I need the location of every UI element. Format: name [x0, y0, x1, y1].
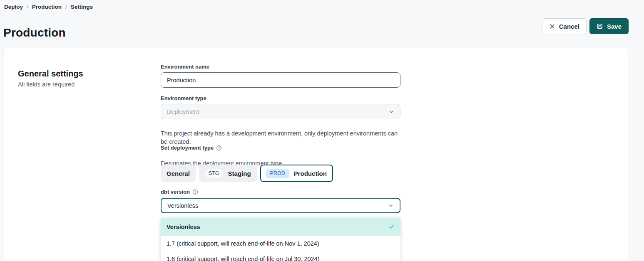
environment-name-input[interactable]	[161, 72, 400, 88]
option-label: Versionless	[167, 224, 200, 230]
save-button-label: Save	[607, 23, 622, 30]
dbt-version-select[interactable]: Versionless	[161, 198, 400, 213]
help-icon[interactable]	[216, 145, 222, 151]
help-icon[interactable]	[192, 189, 198, 195]
check-icon	[388, 224, 395, 230]
save-icon	[597, 23, 603, 30]
general-settings-card: General settings All fields are required…	[4, 47, 628, 261]
chevron-down-icon	[388, 109, 394, 115]
close-icon	[549, 23, 555, 30]
save-button[interactable]: Save	[589, 18, 629, 34]
deployment-type-general-label: General	[167, 170, 190, 177]
staging-badge: STG	[205, 169, 223, 178]
breadcrumb-item-settings: Settings	[71, 4, 93, 10]
deployment-type-production-button[interactable]: PROD Production	[260, 165, 333, 182]
environment-type-label: Environment type	[161, 95, 206, 101]
cancel-button-label: Cancel	[559, 23, 579, 30]
breadcrumb-separator: /	[27, 4, 28, 10]
deployment-type-label: Set deployment type	[161, 145, 222, 151]
breadcrumb-separator: /	[65, 4, 67, 10]
environment-name-label: Environment name	[161, 64, 209, 70]
dbt-version-option-1-7[interactable]: 1.7 (critical support, will reach end-of…	[161, 236, 400, 251]
breadcrumb: Deploy / Production / Settings	[4, 4, 93, 10]
dbt-version-option-1-6[interactable]: 1.6 (critical support, will reach end-of…	[161, 251, 400, 261]
cancel-button[interactable]: Cancel	[542, 18, 587, 34]
breadcrumb-item-production[interactable]: Production	[32, 4, 62, 10]
dbt-version-dropdown: Versionless 1.7 (critical support, will …	[161, 218, 400, 261]
production-badge: PROD	[266, 169, 289, 178]
environment-type-helper-text: This project already has a development e…	[161, 129, 402, 146]
environment-type-value: Deployment	[167, 108, 199, 115]
breadcrumb-item-deploy[interactable]: Deploy	[4, 4, 23, 10]
dbt-version-label-text: dbt version	[161, 189, 190, 195]
deployment-type-staging-button[interactable]: STG Staging	[199, 165, 257, 182]
deployment-type-general-button[interactable]: General	[161, 165, 196, 182]
panel-subheading: All fields are required	[18, 81, 75, 88]
option-label: 1.7 (critical support, will reach end-of…	[167, 240, 319, 247]
dbt-version-option-versionless[interactable]: Versionless	[161, 218, 400, 236]
dbt-version-value: Versionless	[167, 202, 198, 209]
chevron-down-icon	[388, 203, 394, 209]
environment-name-label-text: Environment name	[161, 64, 209, 70]
deployment-type-staging-label: Staging	[228, 170, 251, 177]
deployment-type-label-text: Set deployment type	[161, 145, 214, 151]
deployment-type-production-label: Production	[294, 170, 327, 177]
header-actions: Cancel Save	[542, 18, 629, 34]
panel-heading: General settings	[18, 69, 83, 79]
environment-type-label-text: Environment type	[161, 95, 206, 101]
deployment-type-options: General STG Staging PROD Production	[161, 165, 333, 182]
option-label: 1.6 (critical support, will reach end-of…	[167, 256, 320, 261]
dbt-version-label: dbt version	[161, 189, 198, 195]
page-title: Production	[3, 26, 66, 39]
environment-type-select: Deployment	[161, 104, 400, 119]
